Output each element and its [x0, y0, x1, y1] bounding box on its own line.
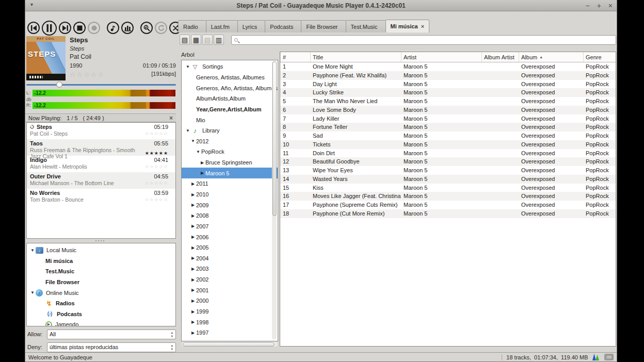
tree-expander-icon[interactable]: ▶: [190, 341, 196, 341]
library-tree-item[interactable]: AlbumArtists,Album: [182, 93, 278, 104]
tree-vertical-scrollbar-thumb[interactable]: [272, 61, 277, 216]
table-column-header[interactable]: Album ▲: [519, 52, 583, 62]
tree-horizontal-scrollbar[interactable]: [182, 342, 278, 347]
allow-filter-select[interactable]: All ▲▼: [47, 330, 176, 339]
library-tree-item[interactable]: ▶ 2004: [182, 253, 278, 264]
tree-expander-icon[interactable]: ▶: [199, 171, 205, 175]
minimize-button[interactable]: −: [585, 0, 589, 11]
spinner-arrows-icon[interactable]: ▲▼: [171, 331, 173, 338]
tree-expander-icon[interactable]: ▶: [190, 320, 196, 324]
library-tree-item[interactable]: ▶ 2003: [182, 264, 278, 274]
tree-expander-icon[interactable]: ▶: [190, 235, 196, 239]
window-menu-icon[interactable]: ▾: [30, 2, 33, 7]
tree-expander-icon[interactable]: ▶: [190, 213, 196, 218]
library-tree-item[interactable]: ▶ 1999: [182, 306, 278, 317]
tree-expander-icon[interactable]: ▼: [29, 248, 36, 253]
filter-view-icon[interactable]: ▤: [202, 35, 213, 45]
sources-tree-item[interactable]: Mi música: [27, 256, 175, 267]
table-row[interactable]: 7 Lady Killer Maroon 5 Overexposed PopRo…: [280, 114, 616, 123]
table-row[interactable]: 5 The Man Who Never Lied Maroon 5 Overex…: [280, 97, 616, 106]
tree-expander-icon[interactable]: ▼: [185, 128, 191, 133]
notebook-tab[interactable]: Mi música ×: [385, 20, 430, 32]
playlist-item[interactable]: Taos 05:55 Russ Freeman & The Rippington…: [27, 139, 175, 156]
pause-button[interactable]: [42, 21, 57, 36]
library-tree-item[interactable]: ▶ 2011: [182, 178, 278, 189]
close-button[interactable]: ×: [608, 0, 613, 11]
table-row[interactable]: 11 Doin Dirt Maroon 5 Overexposed PopRoc…: [280, 149, 616, 158]
progress-knob[interactable]: [56, 81, 62, 88]
smart-play-button[interactable]: [140, 22, 153, 34]
sources-tree-item[interactable]: ▼ Local Music: [27, 245, 175, 256]
tree-expander-icon[interactable]: ▶: [190, 224, 196, 228]
track-rating[interactable]: ☆☆☆☆☆: [70, 71, 105, 78]
library-tree-item[interactable]: ▶ 2005: [182, 242, 278, 253]
tab-close-icon[interactable]: ×: [421, 23, 424, 29]
album-grid-view-icon[interactable]: ▦: [191, 35, 201, 45]
sources-tree-item[interactable]: Test.Music: [27, 266, 175, 277]
sources-tree-item[interactable]: ▼ Online Music: [27, 287, 175, 298]
playlist-item-rating[interactable]: ★★★★★: [145, 151, 168, 156]
tree-expander-icon[interactable]: ▶: [190, 309, 196, 314]
library-tree-item[interactable]: ▼ Library: [182, 125, 278, 136]
playlist-item-rating[interactable]: ☆☆☆☆☆: [145, 197, 168, 202]
volume-button[interactable]: [107, 22, 119, 34]
stop-button[interactable]: [73, 22, 86, 34]
table-row[interactable]: 8 Fortune Teller Maroon 5 Overexposed Po…: [280, 123, 616, 131]
playlist-item[interactable]: Outer Drive 04:55 Michael Manson - The B…: [27, 172, 175, 189]
record-button[interactable]: [88, 22, 100, 34]
playlist-item-rating[interactable]: ☆☆☆☆☆: [145, 131, 168, 136]
library-tree-item[interactable]: Generos, Artistas, Albumes: [182, 72, 278, 83]
table-row[interactable]: 13 Wipe Your Eyes Maroon 5 Overexposed P…: [280, 166, 616, 175]
tree-expander-icon[interactable]: ▶: [190, 192, 196, 197]
tree-expander-icon[interactable]: ▼: [185, 64, 191, 69]
search-box[interactable]: [231, 35, 616, 45]
notebook-tab[interactable]: Last.fm: [206, 20, 238, 32]
library-tree-item[interactable]: ▶ 1996: [182, 338, 278, 341]
playlist-item[interactable]: Steps 05:19 Pat Coil - Steps ☆☆☆☆☆: [27, 123, 175, 139]
deny-filter-select[interactable]: últimas pistas reproducidas ▲▼: [47, 342, 176, 352]
library-tree-item[interactable]: Year,Genre,Artist,Album: [182, 104, 278, 115]
table-row[interactable]: 2 Payphone (Feat. Wiz Khalifa) Maroon 5 …: [280, 71, 616, 80]
tree-expander-icon[interactable]: ▼: [29, 290, 36, 295]
repeat-button[interactable]: [155, 22, 167, 34]
library-tree-item[interactable]: ▶ 1998: [182, 317, 278, 327]
tree-expander-icon[interactable]: ▼: [190, 139, 196, 143]
previous-button[interactable]: [27, 22, 40, 34]
notebook-tab[interactable]: Radio: [178, 20, 206, 32]
pane-splitter[interactable]: [25, 239, 176, 243]
table-row[interactable]: 10 Tickets Maroon 5 Overexposed PopRock: [280, 140, 616, 149]
tree-expander-icon[interactable]: ▶: [190, 299, 196, 303]
library-tree-item[interactable]: ▼ Sortings: [182, 61, 278, 72]
library-tree-item[interactable]: ▶ 2000: [182, 295, 278, 306]
library-tree-item[interactable]: Generos, Año, Artistas, Albumes: [182, 83, 278, 93]
progress-track[interactable]: [26, 84, 176, 86]
table-row[interactable]: 1 One More Night Maroon 5 Overexposed Po…: [280, 62, 616, 71]
sources-tree-item[interactable]: Radios: [27, 298, 175, 309]
table-column-header[interactable]: Title: [310, 52, 401, 62]
table-column-header[interactable]: Album Artist: [481, 52, 519, 62]
table-row[interactable]: 15 Kiss Maroon 5 Overexposed PopRock: [280, 184, 616, 192]
tree-expander-icon[interactable]: ▶: [190, 331, 196, 335]
table-row[interactable]: 4 Lucky Strike Maroon 5 Overexposed PopR…: [280, 88, 616, 97]
notebook-tab[interactable]: Lyrics: [237, 20, 265, 32]
notebook-tab[interactable]: Podcasts: [265, 20, 301, 32]
titlebar[interactable]: ▾ Steps / Pat Coil - Guayadeque Music Pl…: [25, 0, 617, 11]
table-column-header[interactable]: Artist: [401, 52, 481, 62]
progress-slider[interactable]: [26, 81, 176, 88]
table-row[interactable]: 18 Payphone (Cut More Remix) Maroon 5 Ov…: [280, 209, 616, 218]
tree-expander-icon[interactable]: ▶: [190, 203, 196, 207]
audioscrobble-icon[interactable]: [592, 354, 600, 360]
next-button[interactable]: [59, 22, 71, 34]
library-tree-item[interactable]: ▶ 2008: [182, 210, 278, 221]
table-column-header[interactable]: Genre: [583, 52, 616, 62]
library-tree-item[interactable]: ▶ 2007: [182, 221, 278, 232]
sources-tree-item[interactable]: Podcasts: [27, 309, 175, 320]
sources-tree-item[interactable]: File Browser: [27, 277, 175, 288]
table-row[interactable]: 16 Moves Like Jagger (Feat. Christina Ag…: [280, 192, 616, 201]
table-row[interactable]: 3 Day Light Maroon 5 Overexposed PopRock: [280, 80, 616, 89]
library-tree-item[interactable]: ▼ PopRock: [182, 146, 278, 157]
library-tree-item[interactable]: ▼ 2012: [182, 136, 278, 146]
equalizer-button[interactable]: [121, 22, 134, 34]
album-art[interactable]: PAT COIL STEPS: [26, 36, 66, 80]
tree-expander-icon[interactable]: ▶: [190, 267, 196, 271]
